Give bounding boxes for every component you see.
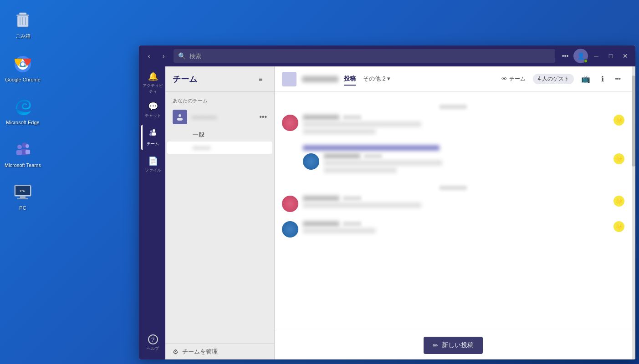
channel-item-blurred[interactable]: ●●●●● — [167, 142, 272, 154]
sidebar-item-files[interactable]: 📄 ファイル — [141, 152, 163, 177]
desktop-icon-recycle[interactable]: ごみ箱 — [5, 9, 41, 40]
msg-content-3 — [303, 196, 609, 210]
msg-header-1 — [303, 115, 609, 120]
pc-label: PC — [19, 205, 26, 211]
teams-window: ‹ › 🔍 ••• 👤 ─ □ ✕ 🔔 アクティビティ 💬 — [139, 46, 635, 359]
team-info-1: ●●●●●●● — [192, 114, 255, 121]
search-input[interactable] — [189, 53, 551, 60]
new-post-label: 新しい投稿 — [442, 341, 474, 349]
channel-name-blurred — [302, 76, 338, 82]
sidebar-item-teams[interactable]: チーム — [141, 125, 163, 150]
back-button[interactable]: ‹ — [143, 50, 155, 62]
scrollbar-thumb — [632, 76, 635, 167]
filter-button[interactable]: ≡ — [254, 73, 267, 86]
svg-point-21 — [153, 129, 155, 132]
svg-point-12 — [17, 145, 22, 149]
svg-rect-15 — [26, 150, 30, 154]
title-bar: ‹ › 🔍 ••• 👤 ─ □ ✕ — [139, 46, 635, 66]
msg-header-2 — [324, 153, 609, 159]
recycle-bin-label: ごみ箱 — [15, 33, 31, 40]
chrome-label: Google Chrome — [5, 77, 41, 82]
avatar-user3 — [282, 196, 298, 212]
messages-area[interactable]: 🌟 — [275, 92, 632, 331]
msg-content-2 — [324, 153, 609, 175]
msg-content-4 — [303, 221, 609, 235]
team-name-1: ●●●●●●● — [192, 114, 255, 121]
desktop-icon-pc[interactable]: PC PC — [5, 182, 41, 211]
close-button[interactable]: ✕ — [619, 50, 632, 62]
msg-text-4a — [303, 228, 376, 233]
msg-reaction-2: 🌟 — [613, 153, 624, 164]
svg-rect-24 — [149, 133, 152, 136]
svg-rect-26 — [177, 118, 183, 121]
minimize-button[interactable]: ─ — [590, 50, 603, 62]
chat-header: 投稿 その他 2 ▾ 👁 チーム 4 人のゲスト 📺 ℹ ••• — [275, 66, 632, 92]
team-list-content: あなたのチーム ●●●●●●● ••• 一般 — [165, 92, 274, 344]
msg-time-2 — [364, 154, 382, 158]
msg-reaction-1: 🌟 — [613, 115, 624, 126]
msg-text-3a — [303, 202, 421, 208]
team-item-1[interactable]: ●●●●●●● ••• — [167, 106, 272, 128]
svg-rect-0 — [19, 13, 26, 15]
team-more-icon[interactable]: ••• — [259, 113, 267, 121]
msg-time-4 — [343, 222, 361, 226]
sidebar-item-chat[interactable]: 💬 チャット — [141, 97, 163, 123]
svg-rect-13 — [16, 150, 22, 155]
msg-name-1 — [303, 115, 339, 120]
message-group-2: 🌟 — [303, 153, 624, 175]
info-button[interactable]: ℹ — [598, 73, 608, 85]
team-list-panel: チーム ≡ あなたのチーム ●●●●●●● — [165, 66, 275, 359]
svg-point-14 — [26, 144, 29, 148]
files-icon: 📄 — [148, 156, 158, 166]
chat-tabs: 投稿 その他 2 ▾ — [344, 73, 390, 86]
main-content: 🔔 アクティビティ 💬 チャット チーム 📄 — [139, 66, 635, 359]
team-manage-footer[interactable]: ⚙ チームを管理 — [165, 344, 274, 359]
desktop-icon-edge[interactable]: Microsoft Edge — [5, 96, 41, 125]
channel-avatar — [282, 72, 296, 86]
edge-icon — [12, 96, 34, 118]
search-bar[interactable]: 🔍 — [174, 49, 555, 63]
new-post-button[interactable]: ✏ 新しい投稿 — [424, 337, 483, 354]
more-options-button[interactable]: ••• — [559, 50, 572, 62]
msg-text-1b — [303, 129, 376, 134]
sidebar-item-help[interactable]: ? ヘルプ — [141, 330, 163, 356]
desktop-icon-chrome[interactable]: Google Chrome — [5, 53, 41, 82]
right-scrollbar[interactable] — [632, 66, 635, 359]
team-list-title: チーム — [173, 74, 197, 85]
sidebar-item-activity[interactable]: 🔔 アクティビティ — [141, 70, 163, 96]
msg-name-3 — [303, 196, 339, 201]
chat-icon: 💬 — [148, 101, 158, 111]
message-group-3: 🌟 — [282, 196, 624, 212]
desktop-icons: ごみ箱 Google Chrome — [5, 9, 41, 211]
maximize-button[interactable]: □ — [604, 50, 617, 62]
chat-footer: ✏ 新しい投稿 — [275, 331, 632, 359]
files-label: ファイル — [145, 167, 161, 173]
chrome-icon — [12, 53, 34, 75]
teams-label: Microsoft Teams — [5, 162, 41, 168]
manage-teams-label: チームを管理 — [182, 348, 218, 356]
svg-text:PC: PC — [20, 189, 25, 193]
svg-rect-18 — [20, 196, 26, 198]
message-group-1: 🌟 — [282, 115, 624, 136]
forward-button[interactable]: › — [157, 50, 170, 62]
msg-reaction-4: 🌟 — [613, 221, 624, 232]
msg-text-2a — [324, 160, 442, 166]
teams-nav-label: チーム — [147, 141, 159, 147]
left-sidebar: 🔔 アクティビティ 💬 チャット チーム 📄 — [139, 66, 165, 359]
channel-item-general[interactable]: 一般 — [167, 128, 272, 142]
present-button[interactable]: 📺 — [578, 73, 594, 85]
msg-text-2b — [324, 167, 397, 173]
desktop-icon-teams[interactable]: Microsoft Teams — [5, 139, 41, 168]
avatar-user4 — [282, 221, 298, 238]
section-label-your-teams: あなたのチーム — [165, 96, 274, 106]
msg-content-1 — [303, 115, 609, 136]
recycle-icon — [12, 9, 34, 31]
msg-name-4 — [303, 221, 339, 227]
tab-posts[interactable]: 投稿 — [344, 73, 356, 86]
user-avatar-button[interactable]: 👤 — [573, 49, 588, 63]
tab-other[interactable]: その他 2 ▾ — [363, 73, 390, 86]
more-header-button[interactable]: ••• — [611, 74, 624, 84]
team-action-button[interactable]: 👁 チーム — [498, 73, 529, 85]
team-avatar-1 — [173, 110, 187, 124]
msg-reaction-3: 🌟 — [613, 196, 624, 207]
